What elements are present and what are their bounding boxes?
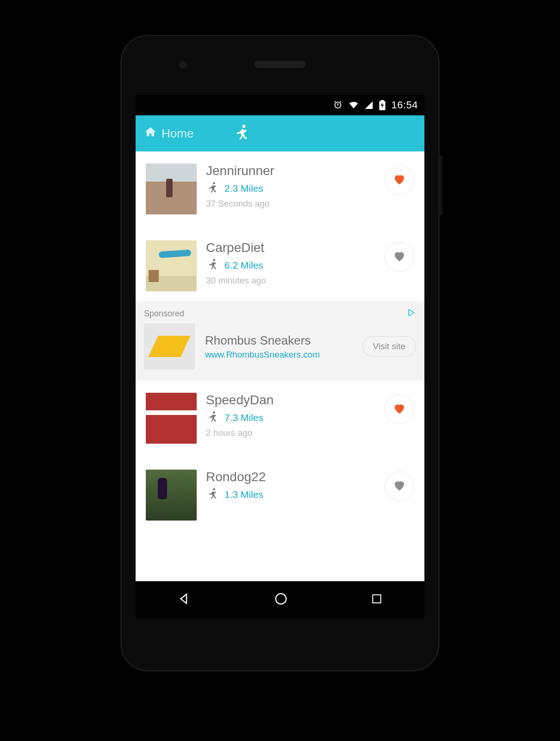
svg-point-1 (213, 182, 215, 184)
runner-icon (206, 258, 219, 273)
feed-item[interactable]: Jennirunner2.3 Miles37 Seconds ago (136, 151, 424, 225)
nav-back-icon[interactable] (177, 592, 191, 608)
heart-icon (392, 402, 406, 417)
nav-recent-icon[interactable] (371, 593, 383, 607)
runner-icon (206, 487, 219, 502)
feed-item[interactable]: Rondog221.3 Miles (136, 454, 424, 531)
feed-item[interactable]: CarpeDiet6.2 Miles30 minutes ago (136, 225, 424, 301)
svg-point-3 (213, 411, 215, 414)
user-avatar[interactable] (146, 393, 197, 444)
user-avatar[interactable] (146, 163, 197, 214)
app-bar: Home (136, 115, 424, 151)
sponsored-card: SponsoredRhombus Sneakerswww.RhombusSnea… (136, 301, 424, 381)
heart-icon (392, 249, 406, 265)
distance: 2.3 Miles (224, 183, 263, 194)
svg-rect-6 (373, 595, 381, 603)
sponsored-label: Sponsored (144, 309, 184, 319)
timestamp: 2 hours ago (206, 428, 375, 438)
runner-icon (206, 410, 219, 425)
ad-thumbnail[interactable] (144, 323, 195, 370)
username: Jennirunner (206, 163, 375, 178)
svg-point-0 (243, 125, 246, 128)
ad-url[interactable]: www.RhombusSneakers.com (205, 350, 352, 360)
svg-point-5 (276, 594, 286, 604)
runner-icon (206, 181, 219, 196)
user-avatar[interactable] (146, 470, 197, 521)
ad-cta-button[interactable]: Visit site (362, 336, 416, 357)
like-button[interactable] (385, 165, 414, 195)
battery-charging-icon (379, 100, 386, 110)
runner-icon (232, 123, 251, 144)
activity-feed[interactable]: Jennirunner2.3 Miles37 Seconds agoCarpeD… (136, 151, 424, 531)
android-nav-bar (136, 581, 424, 618)
like-button[interactable] (385, 471, 414, 501)
distance: 7.3 Miles (224, 412, 263, 423)
android-status-bar: 16:54 (136, 95, 424, 115)
nav-home-icon[interactable] (274, 592, 288, 608)
ad-title: Rhombus Sneakers (205, 333, 352, 348)
status-clock: 16:54 (391, 99, 418, 111)
svg-point-4 (213, 488, 215, 490)
home-icon (144, 126, 157, 142)
distance: 6.2 Miles (224, 260, 263, 271)
wifi-icon (348, 100, 359, 110)
heart-icon (392, 172, 406, 188)
heart-icon (392, 478, 406, 494)
adchoices-icon[interactable] (407, 308, 416, 320)
username: CarpeDiet (206, 240, 375, 255)
user-avatar[interactable] (146, 240, 197, 291)
distance: 1.3 Miles (224, 489, 263, 500)
home-button[interactable]: Home (144, 126, 193, 142)
username: Rondog22 (206, 470, 375, 484)
home-label: Home (162, 126, 193, 141)
timestamp: 37 Seconds ago (206, 199, 375, 209)
username: SpeedyDan (206, 393, 375, 408)
like-button[interactable] (385, 242, 414, 272)
app-logo (200, 123, 416, 144)
alarm-icon (333, 100, 343, 110)
feed-item[interactable]: SpeedyDan7.3 Miles2 hours ago (136, 381, 424, 454)
svg-point-2 (213, 259, 215, 261)
cell-signal-icon (364, 100, 373, 110)
timestamp: 30 minutes ago (206, 276, 375, 286)
like-button[interactable] (385, 395, 414, 424)
